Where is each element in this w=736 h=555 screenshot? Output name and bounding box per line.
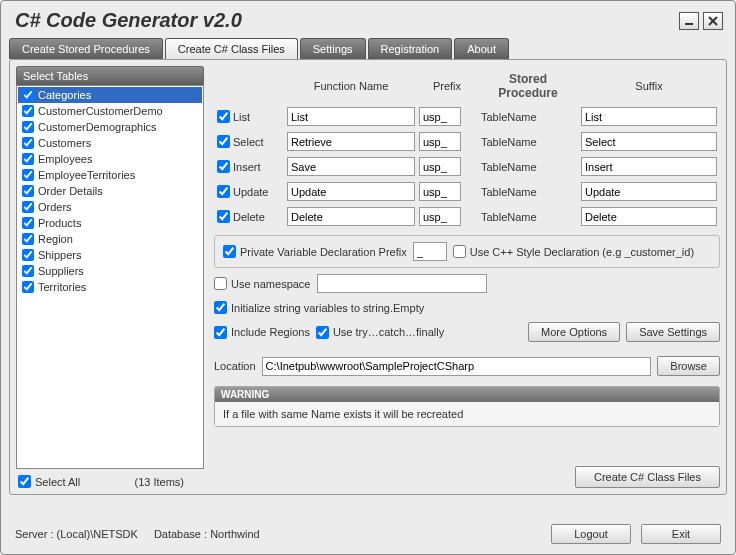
fn-name-update[interactable] [287,182,415,201]
table-checkbox[interactable] [22,169,34,181]
table-checkbox[interactable] [22,105,34,117]
fn-prefix-update[interactable] [419,182,461,201]
table-checkbox[interactable] [22,281,34,293]
fn-row-select: Select TableName [216,131,718,152]
cpp-style-checkbox[interactable] [453,245,466,258]
table-row[interactable]: Products [18,215,202,231]
fn-name-select[interactable] [287,132,415,151]
fn-label: Update [233,186,268,198]
fn-row-delete: Delete TableName [216,206,718,227]
fn-enable-insert[interactable] [217,160,230,173]
tables-footer: Select All (13 Items) [16,469,204,488]
exit-button[interactable]: Exit [641,524,721,544]
table-row[interactable]: Suppliers [18,263,202,279]
minimize-icon[interactable] [679,12,699,30]
table-checkbox[interactable] [22,121,34,133]
table-label: CustomerCustomerDemo [38,105,163,117]
table-row[interactable]: Order Details [18,183,202,199]
fn-prefix-list[interactable] [419,107,461,126]
fn-suffix-list[interactable] [581,107,717,126]
save-settings-button[interactable]: Save Settings [626,322,720,342]
fn-suffix-update[interactable] [581,182,717,201]
items-count: (13 Items) [134,476,184,488]
table-row[interactable]: Customers [18,135,202,151]
init-string-checkbox[interactable] [214,301,227,314]
more-options-button[interactable]: More Options [528,322,620,342]
functions-table: Function Name Prefix Stored Procedure Su… [214,66,720,231]
fn-suffix-insert[interactable] [581,157,717,176]
table-row[interactable]: Employees [18,151,202,167]
table-checkbox[interactable] [22,265,34,277]
select-all-label: Select All [35,476,80,488]
fn-label: Delete [233,211,265,223]
include-regions-checkbox[interactable] [214,326,227,339]
table-row[interactable]: CustomerCustomerDemo [18,103,202,119]
browse-button[interactable]: Browse [657,356,720,376]
window-title: C# Code Generator v2.0 [15,9,242,32]
close-icon[interactable] [703,12,723,30]
tab-class-files[interactable]: Create C# Class Files [165,38,298,59]
create-button[interactable]: Create C# Class Files [575,466,720,488]
table-row[interactable]: Orders [18,199,202,215]
fn-enable-select[interactable] [217,135,230,148]
prefix-group: Private Variable Declaration Prefix Use … [214,235,720,268]
fn-prefix-delete[interactable] [419,207,461,226]
fn-prefix-select[interactable] [419,132,461,151]
col-prefix: Prefix [418,70,476,102]
table-label: EmployeeTerritories [38,169,135,181]
tab-bar: Create Stored Procedures Create C# Class… [1,38,735,59]
settings-panel: Function Name Prefix Stored Procedure Su… [214,66,720,488]
fn-suffix-select[interactable] [581,132,717,151]
fn-prefix-insert[interactable] [419,157,461,176]
tab-stored-procedures[interactable]: Create Stored Procedures [9,38,163,59]
namespace-input[interactable] [317,274,487,293]
private-prefix-label: Private Variable Declaration Prefix [240,246,407,258]
cpp-style-label: Use C++ Style Declaration (e.g _customer… [470,246,694,258]
tab-settings[interactable]: Settings [300,38,366,59]
table-row[interactable]: CustomerDemographics [18,119,202,135]
table-checkbox[interactable] [22,217,34,229]
table-row[interactable]: EmployeeTerritories [18,167,202,183]
private-prefix-checkbox[interactable] [223,245,236,258]
tab-about[interactable]: About [454,38,509,59]
table-checkbox[interactable] [22,201,34,213]
status-database: Database : Northwind [154,528,260,540]
table-checkbox[interactable] [22,185,34,197]
use-trycatch-checkbox[interactable] [316,326,329,339]
table-label: Order Details [38,185,103,197]
table-row[interactable]: Territories [18,279,202,295]
table-checkbox[interactable] [22,233,34,245]
fn-enable-update[interactable] [217,185,230,198]
location-input[interactable] [262,357,652,376]
tables-list[interactable]: Categories CustomerCustomerDemo Customer… [16,85,204,469]
table-checkbox[interactable] [22,153,34,165]
table-row[interactable]: Region [18,231,202,247]
col-stored-procedure: Stored Procedure [478,70,578,102]
fn-suffix-delete[interactable] [581,207,717,226]
use-trycatch-label: Use try…catch…finally [333,326,444,338]
status-server: Server : (Local)\NETSDK [15,528,138,540]
select-all-checkbox[interactable] [18,475,31,488]
table-row[interactable]: Shippers [18,247,202,263]
table-checkbox[interactable] [22,137,34,149]
table-checkbox[interactable] [22,89,34,101]
fn-enable-list[interactable] [217,110,230,123]
private-prefix-input[interactable] [413,242,447,261]
titlebar: C# Code Generator v2.0 [1,1,735,38]
table-label: Categories [38,89,91,101]
tab-registration[interactable]: Registration [368,38,453,59]
fn-name-list[interactable] [287,107,415,126]
use-namespace-checkbox[interactable] [214,277,227,290]
fn-name-delete[interactable] [287,207,415,226]
table-label: CustomerDemographics [38,121,157,133]
logout-button[interactable]: Logout [551,524,631,544]
table-row[interactable]: Categories [18,87,202,103]
fn-name-insert[interactable] [287,157,415,176]
fn-row-list: List TableName [216,106,718,127]
fn-enable-delete[interactable] [217,210,230,223]
table-checkbox[interactable] [22,249,34,261]
warning-body: If a file with same Name exists it will … [215,402,719,426]
use-namespace-label: Use namespace [231,278,311,290]
fn-row-insert: Insert TableName [216,156,718,177]
table-label: Orders [38,201,72,213]
